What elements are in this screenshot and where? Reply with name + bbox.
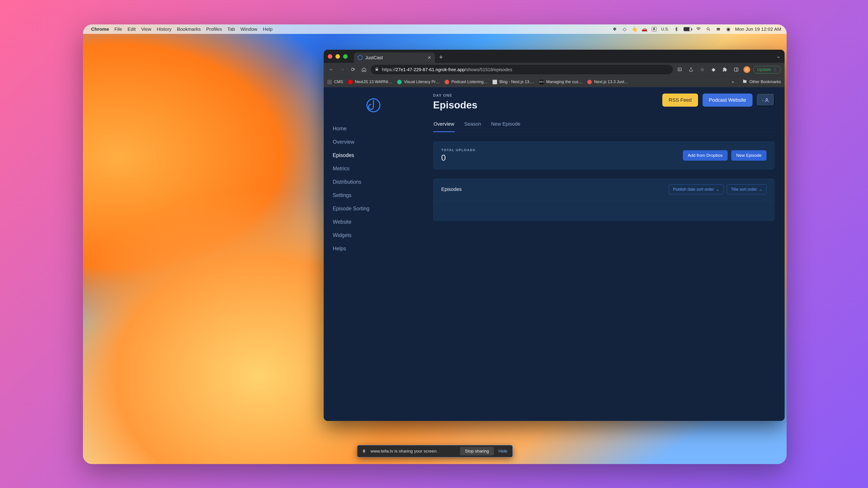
chrome-tabstrip: JustCast ✕ + ⌄ [324, 50, 784, 63]
status-icon-4[interactable]: 🚗 [642, 26, 647, 32]
tab-close-icon[interactable]: ✕ [428, 55, 431, 60]
sidebar-item-settings[interactable]: Settings [324, 189, 423, 202]
sidepanel-icon[interactable] [732, 66, 740, 74]
folder-icon [743, 79, 747, 85]
sort-title-button[interactable]: Title sort order ⌄ [727, 184, 767, 194]
bookmark-item[interactable]: DEVManaging the cus… [539, 79, 582, 84]
sidebar-item-overview[interactable]: Overview [324, 135, 423, 149]
bookmark-item[interactable]: Blog - Next.js 13.… [493, 79, 534, 84]
pause-icon[interactable]: ⏸ [358, 449, 371, 454]
bookmark-item[interactable]: Visual Literacy Pr… [397, 79, 440, 84]
tab-title: JustCast [365, 55, 425, 60]
reload-button[interactable]: ⟳ [349, 66, 357, 74]
extension-icon-1[interactable]: ◆ [710, 66, 718, 74]
page-header: DAY ONE Episodes RSS Feed Podcast Websit… [433, 94, 775, 111]
tab-new-episode[interactable]: New Episode [491, 118, 521, 132]
menu-help[interactable]: Help [263, 26, 273, 32]
sidebar-item-website[interactable]: Website [324, 215, 423, 229]
spotlight-icon[interactable] [706, 26, 711, 32]
home-button[interactable] [360, 66, 368, 74]
sidebar-item-metrics[interactable]: Metrics [324, 162, 423, 175]
sidebar-item-episodes[interactable]: Episodes [324, 149, 423, 162]
other-bookmarks-label: Other Bookmarks [749, 79, 781, 84]
other-bookmarks-folder[interactable]: Other Bookmarks [743, 79, 781, 85]
stop-sharing-button[interactable]: Stop sharing [460, 447, 494, 455]
window-close-button[interactable] [328, 54, 332, 59]
wifi-icon[interactable] [696, 26, 701, 32]
sidebar-item-home[interactable]: Home [324, 122, 423, 135]
url-path: /shows/51518/episodes [465, 67, 512, 72]
tab-list-chevron-icon[interactable]: ⌄ [776, 53, 780, 59]
sidebar-item-distributions[interactable]: Distributions [324, 175, 423, 189]
tab-favicon [358, 55, 363, 60]
menu-view[interactable]: View [141, 26, 151, 32]
profile-avatar[interactable] [743, 66, 750, 73]
url-scheme: https:// [382, 67, 396, 72]
bookmark-item[interactable]: Next.js 13.3 Just… [587, 79, 628, 84]
status-icon-2[interactable]: ◇ [622, 26, 627, 32]
app-logo[interactable] [324, 97, 423, 113]
status-icon-1[interactable]: ❖ [612, 26, 617, 32]
status-icon-3[interactable]: 👆 [632, 26, 637, 32]
status-colored-icon[interactable]: ◉ [725, 26, 731, 32]
chrome-toolbar: ← → ⟳ https://27e1-47-229-87-61.ngrok-fr… [324, 63, 784, 76]
sidebar-item-episode-sorting[interactable]: Episode Sorting [324, 202, 423, 215]
page-title: Episodes [433, 99, 662, 111]
add-from-dropbox-button[interactable]: Add from Dropbox [683, 150, 727, 161]
menu-profiles[interactable]: Profiles [206, 26, 222, 32]
bookmark-star-icon[interactable]: ☆ [698, 66, 706, 74]
tab-overview[interactable]: Overview [433, 118, 455, 132]
user-icon [764, 98, 769, 103]
app-main: DAY ONE Episodes RSS Feed Podcast Websit… [423, 87, 784, 421]
sidebar-item-widgets[interactable]: Widgets [324, 229, 423, 242]
podcast-website-button[interactable]: Podcast Website [703, 94, 752, 107]
window-minimize-button[interactable] [336, 54, 340, 59]
menu-window[interactable]: Window [241, 26, 257, 32]
bookmark-item[interactable]: CMS [327, 79, 343, 84]
episodes-empty-body [433, 200, 775, 221]
bookmark-item[interactable]: NextJS 13 WARNI… [348, 79, 392, 84]
menu-tab[interactable]: Tab [227, 26, 235, 32]
back-button[interactable]: ← [327, 66, 336, 74]
page-tabs: Overview Season New Episode [433, 118, 775, 132]
hide-share-bar-button[interactable]: Hide [498, 449, 507, 454]
sort-publish-date-button[interactable]: Publish date sort order ⌄ [669, 184, 723, 194]
url-host: 27e1-47-229-87-61.ngrok-free.app [396, 67, 465, 72]
sidebar-item-helps[interactable]: Helps [324, 242, 423, 255]
bookmark-item[interactable]: Podcast Listening… [445, 79, 488, 84]
svg-rect-2 [717, 29, 720, 30]
input-locale[interactable]: U.S. [661, 27, 669, 32]
update-label: Update [757, 67, 771, 72]
uploads-count: 0 [441, 153, 475, 163]
new-episode-button[interactable]: New Episode [731, 150, 767, 161]
bluetooth-icon[interactable] [674, 26, 679, 32]
battery-icon[interactable] [684, 27, 691, 31]
chrome-menu-icon[interactable]: ⋮ [773, 67, 777, 72]
install-app-icon[interactable] [676, 66, 684, 74]
menu-edit[interactable]: Edit [127, 26, 135, 32]
update-button[interactable]: Update ⋮ [753, 66, 781, 73]
collapse-user-button[interactable]: ‹ [757, 94, 775, 106]
menu-history[interactable]: History [157, 26, 172, 32]
app-sidebar: Home Overview Episodes Metrics Distribut… [324, 87, 423, 421]
menubar-app-name[interactable]: Chrome [91, 26, 109, 32]
forward-button[interactable]: → [338, 66, 346, 74]
address-bar[interactable]: https://27e1-47-229-87-61.ngrok-free.app… [371, 65, 673, 74]
extensions-puzzle-icon[interactable] [721, 66, 729, 74]
menu-bookmarks[interactable]: Bookmarks [177, 26, 201, 32]
bookmarks-overflow-icon[interactable]: » [732, 79, 734, 84]
menubar-datetime[interactable]: Mon Jun 19 12:02 AM [735, 26, 781, 32]
rss-feed-button[interactable]: RSS Feed [662, 94, 698, 107]
macos-desktop: Chrome File Edit View History Bookmarks … [83, 24, 786, 464]
svg-point-6 [766, 98, 767, 100]
browser-tab-active[interactable]: JustCast ✕ [354, 53, 435, 63]
svg-rect-1 [717, 28, 720, 29]
control-center-icon[interactable] [716, 26, 721, 32]
share-message: www.tella.tv is sharing your screen. [371, 449, 460, 454]
tab-season[interactable]: Season [464, 118, 482, 132]
input-source-badge[interactable]: A [652, 27, 657, 31]
new-tab-button[interactable]: + [435, 53, 443, 63]
window-zoom-button[interactable] [343, 54, 348, 59]
share-icon[interactable] [687, 66, 695, 74]
menu-file[interactable]: File [114, 26, 122, 32]
